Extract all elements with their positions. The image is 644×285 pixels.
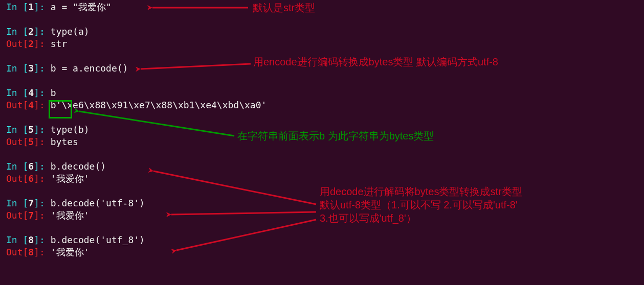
in-prompt: In [ [6, 161, 28, 172]
in-number: 1 [28, 2, 34, 12]
in-prompt: In [ [6, 198, 28, 208]
out-line-6: Out[6]: '我爱你' [6, 173, 641, 185]
out-number: 4 [28, 100, 34, 110]
out-prompt-close: ]: [34, 100, 51, 110]
in-code: b.decode() [51, 161, 106, 172]
out-line-4: Out[4]: b'\xe6\x88\x91\xe7\x88\xb1\xe4\x… [6, 99, 641, 111]
in-number: 5 [28, 124, 34, 135]
out-value: bytes [51, 136, 78, 147]
in-number: 6 [28, 161, 34, 172]
in-line-2: In [2]: type(a) [6, 26, 641, 38]
out-prompt-close: ]: [34, 247, 51, 257]
in-prompt: In [ [6, 234, 28, 245]
out-line-8: Out[8]: '我爱你' [6, 246, 641, 258]
in-number: 4 [28, 87, 34, 98]
in-line-8: In [8]: b.decode('utf_8') [6, 234, 641, 246]
out-value: str [51, 38, 68, 49]
out-number: 8 [28, 247, 34, 257]
out-value: '我爱你' [51, 210, 90, 221]
in-number: 3 [28, 63, 34, 74]
in-code: type(b) [51, 124, 90, 135]
blank-line [6, 111, 641, 124]
blank-line [6, 13, 641, 26]
out-prompt: Out[ [6, 38, 28, 49]
out-number: 5 [28, 136, 34, 147]
in-prompt: In [ [6, 87, 28, 98]
in-line-1: In [1]: a = "我爱你" [6, 1, 641, 13]
blank-line [6, 222, 641, 234]
out-prompt: Out[ [6, 100, 28, 110]
in-number: 8 [28, 234, 34, 245]
out-prompt-close: ]: [34, 173, 51, 184]
out-prompt: Out[ [6, 247, 28, 257]
in-prompt-close: ]: [34, 234, 51, 245]
in-prompt-close: ]: [34, 87, 51, 98]
in-code: b.decode('utf_8') [51, 234, 145, 245]
out-prompt: Out[ [6, 210, 28, 221]
out-number: 2 [28, 38, 34, 49]
in-number: 7 [28, 198, 34, 208]
in-line-3: In [3]: b = a.encode() [6, 62, 641, 75]
out-line-5: Out[5]: bytes [6, 136, 641, 148]
in-code: b = a.encode() [51, 63, 128, 74]
in-code: b.decode('utf-8') [51, 198, 145, 208]
blank-line [6, 185, 641, 197]
in-prompt-close: ]: [34, 161, 51, 172]
in-line-5: In [5]: type(b) [6, 124, 641, 136]
in-prompt-close: ]: [34, 124, 51, 135]
in-prompt-close: ]: [34, 63, 51, 74]
in-code: a = "我爱你" [51, 2, 112, 12]
out-value: '我爱你' [51, 173, 90, 184]
in-prompt: In [ [6, 26, 28, 37]
out-line-2: Out[2]: str [6, 38, 641, 50]
blank-line [6, 50, 641, 62]
in-code: b [51, 87, 56, 98]
ipython-session: In [1]: a = "我爱你" In [2]: type(a)Out[2]:… [0, 0, 644, 259]
in-prompt-close: ]: [34, 198, 51, 208]
out-number: 6 [28, 173, 34, 184]
in-prompt: In [ [6, 63, 28, 74]
in-code: type(a) [51, 26, 90, 37]
out-prompt: Out[ [6, 173, 28, 184]
out-prompt: Out[ [6, 136, 28, 147]
in-prompt-close: ]: [34, 2, 51, 12]
in-prompt-close: ]: [34, 26, 51, 37]
in-line-7: In [7]: b.decode('utf-8') [6, 197, 641, 209]
out-prompt-close: ]: [34, 38, 51, 49]
out-line-7: Out[7]: '我爱你' [6, 209, 641, 222]
in-prompt: In [ [6, 2, 28, 12]
in-number: 2 [28, 26, 34, 37]
out-prompt-close: ]: [34, 136, 51, 147]
in-line-4: In [4]: b [6, 87, 641, 99]
out-value: '我爱你' [51, 247, 90, 257]
blank-line [6, 148, 641, 160]
blank-line [6, 75, 641, 87]
out-number: 7 [28, 210, 34, 221]
in-prompt: In [ [6, 124, 28, 135]
in-line-6: In [6]: b.decode() [6, 160, 641, 173]
out-prompt-close: ]: [34, 210, 51, 221]
out-value: b'\xe6\x88\x91\xe7\x88\xb1\xe4\xbd\xa0' [51, 100, 267, 110]
